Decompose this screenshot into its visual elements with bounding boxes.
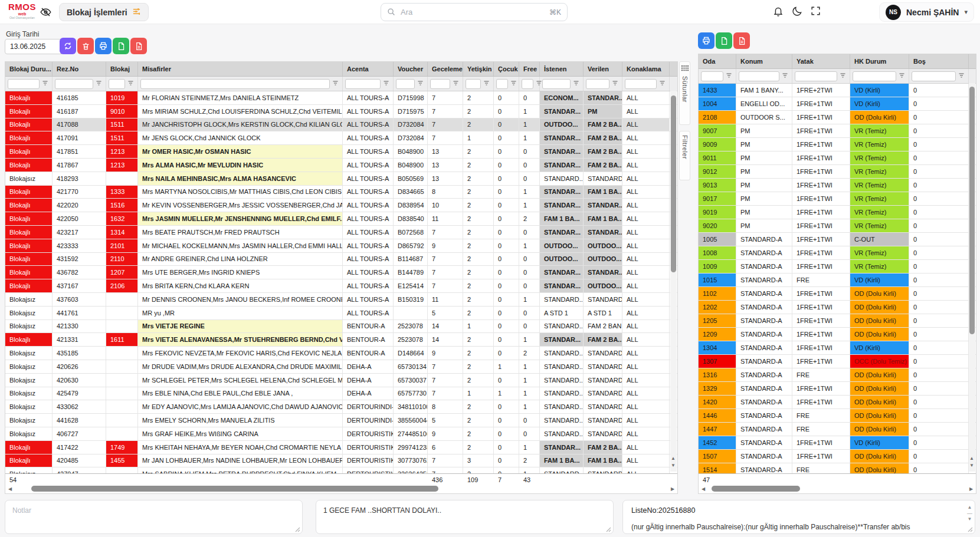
filter-input[interactable]: [430, 79, 450, 89]
requested-room-cell[interactable]: STANDARD...: [540, 172, 584, 185]
column-header[interactable]: Konum: [736, 54, 792, 68]
table-row[interactable]: 9012PM1FRE+1TWIVR (Temiz)0: [699, 165, 976, 179]
room-cell[interactable]: 1304: [699, 341, 736, 354]
table-row[interactable]: 9013PM1FRE+1TWIVR (Temiz)0: [699, 179, 976, 192]
board-cell[interactable]: ALL: [622, 307, 670, 319]
location-cell[interactable]: FAM 1 BANY...: [736, 84, 792, 97]
location-cell[interactable]: STANDARD-A: [736, 246, 792, 259]
requested-room-cell[interactable]: STANDARD...: [540, 387, 584, 400]
agency-cell[interactable]: DERTOURISTIK-A: [343, 467, 394, 473]
adults-cell[interactable]: 2: [463, 186, 494, 199]
nights-cell[interactable]: 7: [428, 226, 463, 239]
blokaj-cell[interactable]: 1019: [106, 91, 138, 104]
location-cell[interactable]: STANDARD-A: [736, 233, 792, 246]
rezno-cell[interactable]: 427047: [53, 467, 106, 473]
given-room-cell[interactable]: FAM 1 BA...: [584, 212, 622, 225]
status-cell[interactable]: Blokajsız: [5, 320, 53, 333]
adults-cell[interactable]: 2: [463, 360, 494, 373]
status-cell[interactable]: Blokajsız: [5, 387, 53, 400]
filter-input[interactable]: [912, 71, 956, 81]
free-cell[interactable]: 1: [519, 333, 540, 346]
table-row[interactable]: Blokajlı4233332101Mr MICHAEL KOCKELMANN,…: [5, 239, 677, 253]
location-cell[interactable]: PM: [736, 206, 792, 219]
room-cell[interactable]: 1329: [699, 382, 736, 395]
room-cell[interactable]: 2108: [699, 111, 736, 124]
guests-cell[interactable]: Mrs MIRIAM SCHULZ,Chd LOUISFERDINA SCHUL…: [138, 105, 343, 118]
room-cell[interactable]: 9007: [699, 124, 736, 137]
filters-panel-tab[interactable]: Filtreler: [679, 131, 690, 180]
guests-cell[interactable]: Mrs SABRINA KLIEM,Mrs PETRA RUPPRECHT,Ch…: [138, 467, 343, 473]
guests-cell[interactable]: Mr MICHAEL KOCKELMANN,Mrs JASMIN HALLER,…: [138, 239, 343, 252]
board-cell[interactable]: ALL: [622, 91, 670, 104]
board-cell[interactable]: ALL: [622, 253, 670, 266]
filter-funnel-icon[interactable]: [96, 80, 102, 87]
requested-room-cell[interactable]: STANDAR...: [540, 199, 584, 212]
adults-cell[interactable]: 2: [463, 253, 494, 266]
bed-cell[interactable]: 1FRE+1TWI: [792, 246, 850, 259]
voucher-cell[interactable]: B144789: [394, 266, 428, 279]
column-header[interactable]: Boş: [909, 54, 969, 68]
filter-input[interactable]: [739, 71, 779, 81]
scroll-up-icon[interactable]: ▲: [968, 456, 976, 462]
empty-cell[interactable]: 0: [909, 436, 969, 449]
guests-cell[interactable]: Mrs FEKOVIC NEVZETA,Mr FEKOVIC HARIS,Chd…: [138, 347, 343, 360]
table-row[interactable]: 1452STANDARD-A1FRE+1TWIVD (Kirli)0: [699, 436, 976, 450]
room-cell[interactable]: 1420: [699, 396, 736, 408]
agency-cell[interactable]: ALL TOURS-A: [343, 266, 394, 279]
bed-cell[interactable]: 1FRE+1TWI: [792, 260, 850, 273]
children-cell[interactable]: 0: [494, 374, 519, 387]
nights-cell[interactable]: 11: [428, 293, 463, 306]
status-cell[interactable]: Blokajsız: [5, 307, 53, 319]
room-cell[interactable]: 1452: [699, 436, 736, 449]
filter-funnel-icon[interactable]: [573, 80, 579, 87]
guests-cell[interactable]: Mr DRUDE VADIM,Mrs DRUDE ALEXANDRA,Chd D…: [138, 360, 343, 373]
table-row[interactable]: Blokajsız425479Mrs EBLE NINA,Chd EBLE PA…: [5, 387, 677, 401]
filter-funnel-icon[interactable]: [726, 73, 732, 80]
free-cell[interactable]: 0: [519, 226, 540, 239]
board-cell[interactable]: ALL: [622, 172, 670, 185]
adults-cell[interactable]: 2: [463, 400, 494, 413]
hk-status-cell[interactable]: OD (Dolu Kirli): [850, 314, 909, 327]
bed-cell[interactable]: 1FRE+1TWI: [792, 165, 850, 178]
guests-cell[interactable]: Mrs EBLE NINA,Chd EBLE PAUL,Chd EBLE JAN…: [138, 387, 343, 400]
table-row[interactable]: Blokajlı4371672106Mrs BRITA KERN,Chd KLA…: [5, 279, 677, 293]
scroll-down-icon[interactable]: ▼: [669, 463, 677, 469]
free-cell[interactable]: 1: [519, 360, 540, 373]
adults-cell[interactable]: 2: [463, 226, 494, 239]
room-cell[interactable]: 1447: [699, 423, 736, 436]
location-cell[interactable]: PM: [736, 124, 792, 137]
adults-cell[interactable]: 1: [463, 131, 494, 144]
adults-cell[interactable]: 2: [463, 239, 494, 252]
table-row[interactable]: Blokajlı4367821207Mrs UTE BERGER,Mrs ING…: [5, 266, 677, 279]
board-cell[interactable]: ALL: [622, 374, 670, 387]
guests-cell[interactable]: Mrs ALMA HASIC,Mr MEVLUDIN HASIC: [138, 159, 343, 172]
given-room-cell[interactable]: STANDARD...: [584, 347, 622, 360]
nights-cell[interactable]: 7: [428, 105, 463, 118]
column-header[interactable]: Oda: [699, 54, 736, 68]
blokaj-cell[interactable]: [106, 320, 138, 333]
blokaj-cell[interactable]: 2101: [106, 239, 138, 252]
status-cell[interactable]: Blokajlı: [5, 186, 53, 199]
info-note-textarea[interactable]: 1 GECE FAM ..SHORTTAN DOLAYI..: [316, 500, 613, 533]
requested-room-cell[interactable]: STANDAR...: [540, 186, 584, 199]
location-cell[interactable]: STANDARD-A: [736, 287, 792, 300]
location-cell[interactable]: PM: [736, 151, 792, 164]
table-row[interactable]: Blokajlı4170911511Mr JENS GLOCK,Chd JANN…: [5, 131, 677, 145]
hk-status-cell[interactable]: VR (Temiz): [850, 260, 909, 273]
table-row[interactable]: 1008STANDARD-A1FRE+1TWIVR (Temiz)0: [699, 246, 976, 260]
adults-cell[interactable]: 2: [463, 307, 494, 319]
board-cell[interactable]: ALL: [622, 467, 670, 473]
given-room-cell[interactable]: FAM 2 BA...: [584, 441, 622, 454]
blokaj-cell[interactable]: [106, 387, 138, 400]
adults-cell[interactable]: 2: [463, 333, 494, 346]
board-cell[interactable]: ALL: [622, 212, 670, 225]
nights-cell[interactable]: 7: [428, 118, 463, 131]
status-cell[interactable]: Blokajlı: [5, 212, 53, 225]
room-cell[interactable]: 9017: [699, 192, 736, 205]
voucher-cell[interactable]: D838954: [394, 199, 428, 212]
guests-cell[interactable]: Mrs EMELY SCHORN,Mrs MANUELA ZILITIS: [138, 414, 343, 427]
table-row[interactable]: 2108OUTDOOR S...1FRE+1TWIOD (Dolu Kirli)…: [699, 111, 976, 124]
blokaj-cell[interactable]: 1213: [106, 159, 138, 172]
adults-cell[interactable]: 2: [463, 414, 494, 427]
status-cell[interactable]: Blokajsız: [5, 293, 53, 306]
